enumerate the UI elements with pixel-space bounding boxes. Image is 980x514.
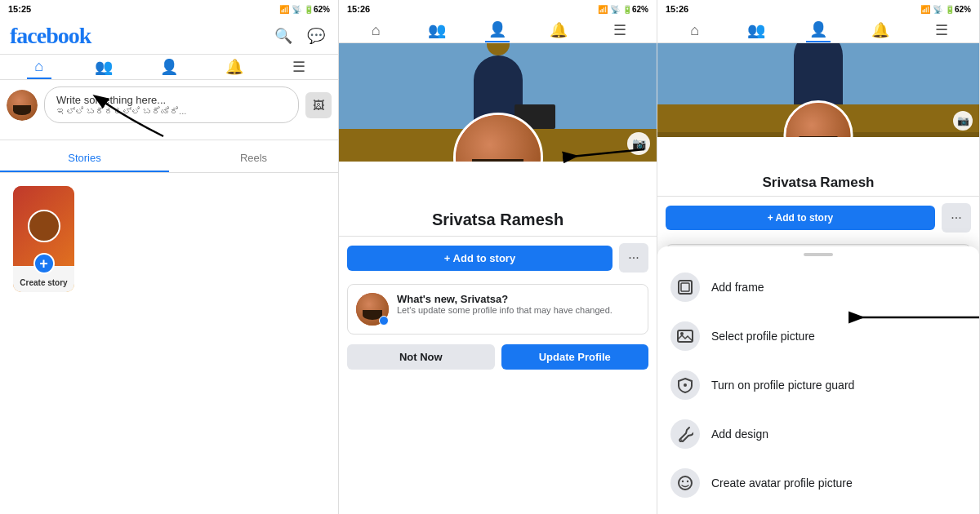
create-story-card[interactable]: + Create story <box>13 186 74 292</box>
profile-tab-2[interactable]: 👤 <box>485 18 510 42</box>
story-card-face <box>28 210 60 242</box>
profile-face-2 <box>456 115 541 162</box>
action-row-2: + Add to story ··· <box>339 237 657 279</box>
home-tab[interactable]: ⌂ <box>27 55 51 79</box>
svg-rect-3 <box>681 283 689 291</box>
create-story-label: Create story <box>13 278 74 287</box>
story-add-btn[interactable]: + <box>33 253 55 274</box>
dropdown-turn-on-guard[interactable]: Turn on profile picture guard <box>657 361 979 410</box>
more-btn-2[interactable]: ··· <box>619 243 648 273</box>
cover-photo-3: 📷 📷 <box>657 43 979 137</box>
add-design-label: Add design <box>711 428 768 441</box>
nav-tabs-3: ⌂ 👥 👤 🔔 ☰ <box>657 18 979 43</box>
time-1: 15:25 <box>8 4 31 14</box>
select-picture-label: Select profile picture <box>711 330 815 343</box>
user-avatar[interactable] <box>7 90 38 121</box>
add-frame-icon <box>670 273 700 302</box>
nav-tabs-1: ⌂ 👥 👤 🔔 ☰ <box>0 55 338 80</box>
stories-row: + Create story <box>0 173 338 308</box>
post-input-box[interactable]: Write something here... ಇಲ್ಲಿ ಬರೆದರಲ್ಲಿ … <box>44 86 299 123</box>
add-story-btn-2[interactable]: + Add to story <box>347 246 612 271</box>
whats-new-btns-2: Not Now Update Profile <box>339 339 657 374</box>
stories-tab[interactable]: Stories <box>0 144 169 172</box>
design-icon-svg <box>677 426 693 442</box>
turn-on-guard-label: Turn on profile picture guard <box>711 379 854 392</box>
panel2-scroll: 📷 📷 <box>339 43 657 514</box>
profile-section-2: Srivatsa Ramesh <box>339 162 657 237</box>
dropdown-handle <box>804 253 833 256</box>
panel1-scroll: Write something here... ಇಲ್ಲಿ ಬರೆದರಲ್ಲಿ … <box>0 80 338 514</box>
post-input-section: Write something here... ಇಲ್ಲಿ ಬರೆದರಲ್ಲಿ … <box>0 80 338 136</box>
menu-tab-3[interactable]: ☰ <box>929 18 954 42</box>
design-icon <box>670 419 700 449</box>
dropdown-add-design[interactable]: Add design <box>657 410 979 459</box>
shield-icon-svg <box>677 377 693 393</box>
dropdown-select-picture[interactable]: Select profile picture <box>657 312 979 361</box>
facebook-logo: facebook <box>10 23 91 49</box>
status-bar-2: 15:26 📶 📡 🔋62% <box>339 0 657 18</box>
reels-tab[interactable]: Reels <box>169 144 338 172</box>
whats-new-card-2: What's new, Srivatsa? Let's update some … <box>347 284 648 335</box>
svg-point-10 <box>687 481 688 482</box>
dropdown-add-frame[interactable]: Add frame <box>657 263 979 312</box>
profile-pic-2[interactable]: 📷 <box>453 113 543 162</box>
notifications-tab-3[interactable]: 🔔 <box>868 18 893 42</box>
notifications-tab-2[interactable]: 🔔 <box>546 18 571 42</box>
svg-point-6 <box>684 383 687 387</box>
status-icons-3: 📶 📡 🔋62% <box>920 5 971 14</box>
profile-pic-3[interactable]: 📷 <box>784 100 853 137</box>
home-tab-3[interactable]: ⌂ <box>683 18 707 42</box>
friends-tab-3[interactable]: 👥 <box>744 18 768 42</box>
messenger-button[interactable]: 💬 <box>304 24 328 48</box>
cover-person-body-3 <box>794 43 843 104</box>
profile-section-3: Srivatsa Ramesh <box>657 137 979 197</box>
action-row-3: + Add to story ··· <box>657 197 979 239</box>
status-icons-2: 📶 📡 🔋62% <box>598 5 648 14</box>
svg-point-7 <box>681 440 683 441</box>
cover-photo-2: 📷 📷 <box>339 43 657 162</box>
media-upload-icon[interactable]: 🖼 <box>305 92 332 118</box>
notifications-tab[interactable]: 🔔 <box>222 55 247 79</box>
friends-tab[interactable]: 👥 <box>91 55 116 79</box>
panel-3: 15:26 📶 📡 🔋62% ⌂ 👥 👤 🔔 ☰ 📷 <box>657 0 980 514</box>
photo-icon-svg <box>677 328 693 344</box>
svg-point-9 <box>682 481 684 482</box>
add-story-btn-3[interactable]: + Add to story <box>666 206 935 230</box>
profile-tab[interactable]: 👤 <box>157 55 181 79</box>
top-nav-1: facebook 🔍 💬 <box>0 18 338 55</box>
home-tab-2[interactable]: ⌂ <box>363 18 388 42</box>
whats-new-avatar-2 <box>356 293 389 326</box>
frame-icon-svg <box>677 279 693 295</box>
profile-picture-dropdown: Add frame Select profile picture <box>657 246 979 514</box>
dropdown-create-avatar[interactable]: Create avatar profile picture <box>657 459 979 507</box>
time-3: 15:26 <box>666 4 688 14</box>
menu-tab-2[interactable]: ☰ <box>608 18 632 42</box>
post-input-text: Write something here... <box>56 94 287 106</box>
divider-1 <box>0 140 338 140</box>
avatar-icon <box>670 468 700 498</box>
search-button[interactable]: 🔍 <box>271 24 296 48</box>
post-input-sub: ಇಲ್ಲಿ ಬರೆದರಲ್ಲಿ ಬರೆಯಿರಿ... <box>56 106 287 116</box>
whats-new-dot-2 <box>379 316 389 326</box>
add-frame-label: Add frame <box>711 281 764 294</box>
more-btn-3[interactable]: ··· <box>942 203 971 233</box>
select-picture-icon <box>670 321 700 351</box>
create-avatar-label: Create avatar profile picture <box>711 476 853 490</box>
menu-tab[interactable]: ☰ <box>287 55 311 79</box>
profile-pic-container-2: 📷 <box>453 113 543 162</box>
profile-tab-3[interactable]: 👤 <box>806 18 831 42</box>
svg-rect-4 <box>678 330 693 342</box>
whats-new-title-2: What's new, Srivatsa? <box>397 293 612 305</box>
avatar-beard <box>13 105 32 114</box>
friends-tab-2[interactable]: 👥 <box>425 18 449 42</box>
content-tabs: Stories Reels <box>0 144 338 173</box>
cover-camera-btn-3[interactable]: 📷 <box>953 111 973 131</box>
time-2: 15:26 <box>347 4 370 14</box>
story-card-bg: + <box>13 186 74 292</box>
not-now-btn[interactable]: Not Now <box>347 344 495 370</box>
avatar-face <box>7 90 38 121</box>
update-profile-btn[interactable]: Update Profile <box>501 344 649 370</box>
profile-name-3: Srivatsa Ramesh <box>657 175 979 191</box>
cover-camera-btn[interactable]: 📷 <box>627 132 650 155</box>
nav-tabs-2: ⌂ 👥 👤 🔔 ☰ <box>339 18 657 43</box>
